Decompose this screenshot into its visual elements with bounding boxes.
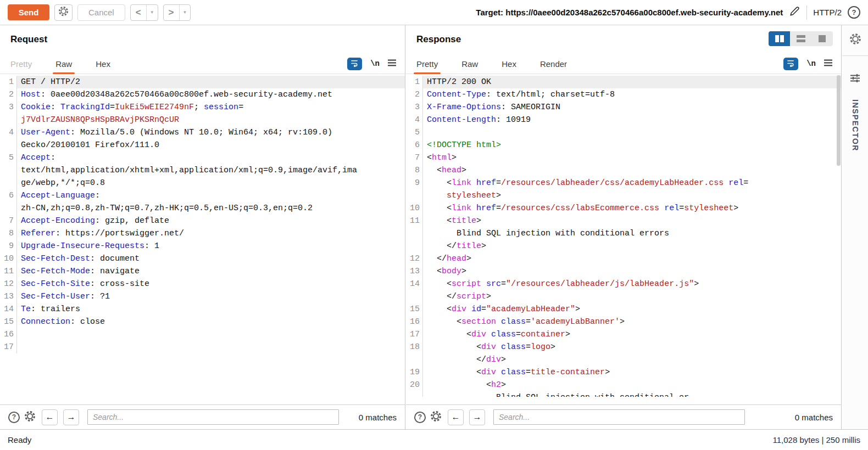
code-line[interactable]: ge/webp,*/*;q=0.8 [0,177,405,189]
request-panel-title: Request [10,34,47,45]
tab-render[interactable]: Render [538,54,569,74]
code-line[interactable]: 8Referer: https://portswigger.net/ [0,227,405,240]
code-line[interactable]: 6<!DOCTYPE html> [406,139,841,151]
layout-single-button[interactable] [811,31,833,46]
code-line[interactable]: 14 <script src="/resources/labheader/js/… [406,278,841,290]
line-number: 14 [0,303,17,316]
code-line[interactable]: 4Content-Length: 10919 [406,114,841,126]
back-request-button[interactable]: < ▼ [130,4,158,21]
code-line[interactable]: 10 <link href=/resources/css/labsEcommer… [406,202,841,215]
tab-pretty[interactable]: Pretty [9,54,34,74]
line-number: 14 [406,278,423,290]
code-line[interactable]: 16 [0,328,405,341]
tab-raw[interactable]: Raw [460,54,480,74]
code-line[interactable]: 3Cookie: TrackingId=IukEi5wEIE2749nF; se… [0,101,405,114]
inspector-tab[interactable]: INSPECTOR [851,99,860,151]
code-line[interactable]: Gecko/20100101 Firefox/111.0 [0,139,405,151]
code-line[interactable]: 15Connection: close [0,316,405,328]
code-line[interactable]: 2Host: 0aee00d20348a262c570466a00c800ef.… [0,88,405,101]
forward-request-button[interactable]: > ▼ [163,4,191,21]
tab-pretty[interactable]: Pretty [415,54,439,74]
inspector-settings-button[interactable] [849,32,862,48]
code-line[interactable]: Blind SQL injection with conditional err… [406,227,841,240]
tab-raw[interactable]: Raw [54,54,74,74]
send-settings-button[interactable] [54,4,73,21]
rows-icon [797,35,805,42]
code-line[interactable]: 9 <link href=/resources/labheader/css/ac… [406,177,841,189]
line-number [0,164,17,177]
help-icon[interactable]: ? [848,6,860,19]
show-newlines-toggle[interactable]: \n [370,59,380,68]
code-line[interactable]: 16 <section class='academyLabBanner'> [406,316,841,328]
send-button[interactable]: Send [8,4,49,20]
response-editor[interactable]: 1HTTP/2 200 OK2Content-Type: text/html; … [406,74,841,404]
code-line[interactable]: 13 <body> [406,265,841,278]
code-line[interactable]: 1GET / HTTP/2 [0,76,405,88]
code-line[interactable]: 5Accept: [0,151,405,164]
code-line[interactable]: stylesheet> [406,189,841,202]
chevron-down-icon[interactable]: ▼ [147,10,158,15]
code-line[interactable]: 11 <title> [406,215,841,227]
search-previous-button[interactable]: ← [42,409,58,425]
tab-hex[interactable]: Hex [500,54,518,74]
code-line[interactable]: 17 <div class=container> [406,328,841,341]
layout-columns-button[interactable] [769,31,790,46]
code-line[interactable]: 12Sec-Fetch-Site: cross-site [0,278,405,290]
code-line[interactable]: 12 </head> [406,252,841,265]
code-line[interactable]: 7Accept-Encoding: gzip, deflate [0,215,405,227]
code-line[interactable]: 19 <div class=title-container> [406,366,841,379]
word-wrap-toggle[interactable] [347,58,362,70]
line-content: </script> [423,290,841,303]
code-line[interactable]: 1HTTP/2 200 OK [406,76,841,88]
request-editor[interactable]: 1GET / HTTP/22Host: 0aee00d20348a262c570… [0,74,405,404]
code-line[interactable]: 13Sec-Fetch-User: ?1 [0,290,405,303]
code-line[interactable]: 8 <head> [406,164,841,177]
search-next-button[interactable]: → [63,409,79,425]
request-tabbar: PrettyRawHex \n [0,54,405,74]
layout-rows-button[interactable] [790,31,811,46]
code-line[interactable]: text/html,application/xhtml+xml,applicat… [0,164,405,177]
code-line[interactable]: 5 [406,126,841,139]
word-wrap-icon [787,59,795,69]
code-line[interactable]: 18 <div class=logo> [406,341,841,353]
line-content [17,341,405,353]
code-line[interactable]: 17 [0,341,405,353]
search-help-icon[interactable]: ? [414,412,426,423]
code-line[interactable]: j7VdlrZAUSN8QPsHSpBRAvjPKSRnQcUR [0,114,405,126]
scrollbar[interactable] [837,75,841,166]
search-input[interactable] [493,409,745,425]
inspector-filter-button[interactable] [850,74,860,85]
editor-menu-button[interactable] [388,59,396,69]
code-line[interactable]: 9Upgrade-Insecure-Requests: 1 [0,240,405,252]
search-input[interactable] [87,409,339,425]
cancel-button[interactable]: Cancel [77,4,125,21]
code-line[interactable]: 14Te: trailers [0,303,405,316]
search-help-icon[interactable]: ? [8,412,20,423]
code-line[interactable]: 6Accept-Language: [0,189,405,202]
search-next-button[interactable]: → [469,409,485,425]
code-line[interactable]: 20 <h2> [406,379,841,391]
code-line[interactable]: 3X-Frame-Options: SAMEORIGIN [406,101,841,114]
code-line[interactable]: 4User-Agent: Mozilla/5.0 (Windows NT 10.… [0,126,405,139]
edit-target-button[interactable] [789,5,800,19]
code-line[interactable]: zh-CN,zh;q=0.8,zh-TW;q=0.7,zh-HK;q=0.5,e… [0,202,405,215]
line-number: 8 [406,164,423,177]
code-line[interactable]: 15 <div id="academyLabHeader"> [406,303,841,316]
show-newlines-toggle[interactable]: \n [806,59,816,68]
line-content: <head> [423,164,841,177]
word-wrap-toggle[interactable] [783,58,798,70]
search-settings-button[interactable] [430,410,442,425]
code-line[interactable]: 11Sec-Fetch-Mode: navigate [0,265,405,278]
code-line[interactable]: </div> [406,353,841,366]
code-line[interactable]: 2Content-Type: text/html; charset=utf-8 [406,88,841,101]
code-line[interactable]: 7<html> [406,151,841,164]
chevron-down-icon[interactable]: ▼ [180,10,191,15]
code-line[interactable]: </script> [406,290,841,303]
tab-hex[interactable]: Hex [94,54,112,74]
search-previous-button[interactable]: ← [448,409,464,425]
editor-menu-button[interactable] [824,59,832,69]
search-settings-button[interactable] [24,410,36,425]
code-line[interactable]: Blind SQL injection with conditional er [406,391,841,397]
code-line[interactable]: </title> [406,240,841,252]
code-line[interactable]: 10Sec-Fetch-Dest: document [0,252,405,265]
